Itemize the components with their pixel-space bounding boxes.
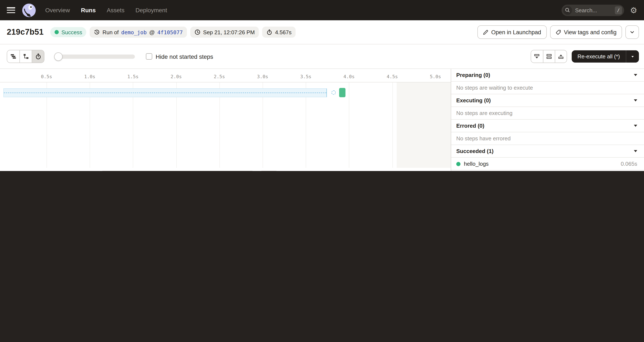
run-of-prefix: Run of: [102, 29, 119, 35]
axis-tick-label: 3.0s: [257, 74, 268, 80]
gantt-waiting-bar[interactable]: [4, 88, 327, 97]
collapse-bottom-panel-button[interactable]: [531, 50, 543, 62]
reexecute-all-button: Re-execute all (*): [572, 50, 639, 62]
start-time-chip: Sep 21, 12:07:26 PM: [190, 27, 259, 38]
axis-tick-label: 2.0s: [170, 74, 182, 80]
panel-expand-up-icon: [558, 53, 564, 60]
search-input[interactable]: Search... /: [562, 4, 624, 16]
step-status-panel: Preparing (0)No steps are waiting to exe…: [451, 69, 644, 171]
axis-tick-label: 4.5s: [387, 74, 398, 80]
nav-item-assets[interactable]: Assets: [107, 7, 124, 14]
hamburger-menu-icon[interactable]: [7, 7, 15, 13]
axis-tick-label: 1.0s: [84, 74, 95, 80]
nav-item-overview[interactable]: Overview: [45, 7, 70, 14]
section-collapse-chevron-icon[interactable]: [634, 99, 637, 102]
step-subset-row: Hide unselected steps: [0, 168, 451, 171]
step-section-header[interactable]: Executing (0): [451, 94, 644, 107]
status-label: Success: [61, 29, 82, 35]
gantt-time-axis: 0.5s1.0s1.5s2.0s2.5s3.0s3.5s4.0s4.5s5.0s: [0, 69, 451, 82]
axis-tick-label: 2.5s: [214, 74, 225, 80]
step-section-header[interactable]: Errored (0): [451, 120, 644, 132]
reexecute-all-label[interactable]: Re-execute all (*): [572, 50, 626, 62]
step-subset-input-wrap: [99, 171, 256, 171]
gridline: [392, 82, 392, 168]
reexecute-options-button[interactable]: [626, 50, 639, 62]
step-section-empty-message: No steps are waiting to execute: [451, 82, 644, 94]
stopwatch-view-icon: [35, 53, 41, 60]
stopwatch-icon: [266, 29, 272, 35]
run-header: 219c7b51 Success Run of demo_job @ 4f105…: [0, 20, 644, 44]
search-icon: [563, 6, 572, 14]
dagster-logo-icon[interactable]: [22, 3, 36, 17]
hide-not-started-checkbox-row[interactable]: Hide not started steps: [146, 53, 213, 60]
top-nav: Overview Runs Assets Deployment Search..…: [0, 0, 644, 20]
gantt-waiting-dashed-line: [4, 92, 327, 93]
axis-tick-label: 5.0s: [430, 74, 441, 80]
step-name: hello_logs: [464, 161, 488, 167]
pencil-icon: [483, 30, 488, 35]
step-section-header[interactable]: Preparing (0): [451, 69, 644, 82]
flat-gantt-icon: [10, 53, 16, 60]
split-panels-button[interactable]: [543, 50, 554, 62]
panel-layout-group: [530, 50, 567, 63]
settings-gear-icon[interactable]: ⚙︎: [630, 6, 637, 14]
run-of-chip: Run of demo_job @ 4f105077: [90, 27, 187, 38]
step-section-header[interactable]: Succeeded (1): [451, 145, 644, 158]
gantt-chart-area: Hide unselected steps: [0, 82, 451, 171]
step-duration: 0.065s: [621, 161, 637, 167]
gantt-waterfall-view-button[interactable]: [20, 50, 32, 62]
status-dot-icon: [54, 30, 59, 34]
snapshot-link[interactable]: 4f105077: [157, 29, 183, 35]
step-row[interactable]: hello_logs0.065s: [451, 158, 644, 170]
chevron-down-icon: [630, 30, 635, 35]
graph-query-options-button[interactable]: [259, 171, 279, 171]
gantt-timing-view-button[interactable]: [32, 50, 44, 62]
run-id: 219c7b51: [7, 28, 44, 37]
nav-item-runs[interactable]: Runs: [81, 7, 96, 14]
start-time: Sep 21, 12:07:26 PM: [203, 29, 255, 35]
axis-tick-label: 3.5s: [300, 74, 312, 80]
gantt-step-bar-hello-logs[interactable]: [339, 88, 346, 97]
gantt-after-run-region: [397, 82, 451, 171]
axis-tick-label: 0.5s: [41, 74, 52, 80]
gantt-toolbar: Hide not started steps: [0, 44, 644, 69]
section-collapse-chevron-icon[interactable]: [634, 125, 637, 127]
step-status-dot-icon: [456, 162, 460, 166]
panel-split-icon: [546, 53, 552, 60]
view-tags-config-button[interactable]: View tags and config: [550, 25, 622, 39]
step-section-empty-message: No steps have errored: [451, 132, 644, 145]
search-shortcut-key: /: [615, 6, 622, 14]
gantt-flat-view-button[interactable]: [7, 50, 20, 62]
hide-not-started-checkbox[interactable]: [146, 53, 152, 60]
primary-nav: Overview Runs Assets Deployment: [45, 7, 167, 14]
waterfall-gantt-icon: [22, 53, 29, 60]
duration-chip: 4.567s: [262, 27, 296, 38]
gridline: [349, 82, 350, 168]
job-link[interactable]: demo_job: [121, 29, 146, 35]
run-of-separator: @: [149, 29, 155, 35]
step-section-empty-message: No steps are executing: [451, 107, 644, 120]
gantt-zoom-slider[interactable]: [54, 54, 135, 58]
section-collapse-chevron-icon[interactable]: [634, 150, 637, 152]
step-section-title: Succeeded (1): [456, 148, 494, 154]
nav-item-deployment[interactable]: Deployment: [136, 7, 167, 14]
tag-icon: [556, 30, 561, 35]
gantt-view-mode-group: [7, 50, 44, 63]
axis-tick-label: 4.0s: [343, 74, 354, 80]
duration: 4.567s: [275, 29, 292, 35]
run-actions-menu-button[interactable]: [626, 25, 639, 39]
gantt-zoom-slider-knob[interactable]: [54, 52, 62, 61]
history-icon: [94, 29, 100, 35]
step-section-title: Executing (0): [456, 97, 491, 104]
dagster-run-page: Overview Runs Assets Deployment Search..…: [0, 0, 644, 171]
expand-bottom-panel-button[interactable]: [554, 50, 566, 62]
open-in-launchpad-button[interactable]: Open in Launchpad: [478, 25, 547, 39]
step-section-title: Preparing (0): [456, 72, 490, 78]
section-collapse-chevron-icon[interactable]: [634, 74, 637, 76]
gantt-step-marker-icon: [331, 90, 336, 95]
axis-tick-label: 1.5s: [127, 74, 138, 80]
search-placeholder: Search...: [575, 7, 615, 13]
clock-icon: [195, 29, 201, 35]
status-badge: Success: [50, 27, 86, 37]
gantt-chart: 0.5s1.0s1.5s2.0s2.5s3.0s3.5s4.0s4.5s5.0s: [0, 69, 451, 171]
